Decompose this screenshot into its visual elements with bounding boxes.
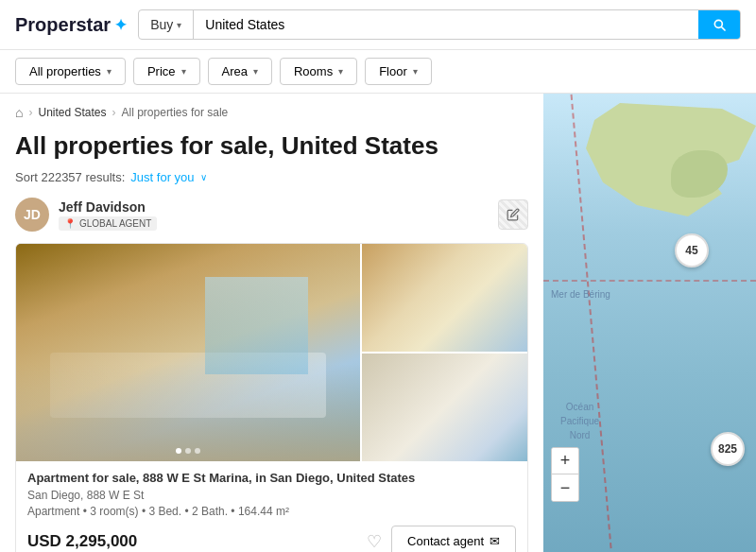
all-properties-label: All properties xyxy=(29,64,101,78)
buy-dropdown[interactable]: Buy ▾ xyxy=(139,10,194,39)
breadcrumb-current: All properties for sale xyxy=(122,106,229,119)
floor-filter[interactable]: Floor ▾ xyxy=(365,58,432,85)
search-bar: Buy ▾ xyxy=(138,9,741,40)
sort-option[interactable]: Just for you xyxy=(130,170,194,184)
contact-label: Contact agent xyxy=(407,534,484,548)
edit-button[interactable] xyxy=(498,199,528,230)
alaska-landmass xyxy=(586,103,756,216)
breadcrumb: ⌂ › United States › All properties for s… xyxy=(15,105,528,120)
search-button[interactable] xyxy=(698,10,740,39)
home-icon[interactable]: ⌂ xyxy=(15,105,23,120)
agent-details: Jeff Davidson 📍 GLOBAL AGENT xyxy=(59,199,157,231)
rooms-filter[interactable]: Rooms ▾ xyxy=(280,58,357,85)
breadcrumb-sep-2: › xyxy=(112,106,116,119)
property-card: Apartment for sale, 888 W E St Marina, i… xyxy=(15,243,528,552)
contact-agent-button[interactable]: Contact agent ✉ xyxy=(391,526,516,552)
dot-2 xyxy=(185,448,191,454)
main-content: ⌂ › United States › All properties for s… xyxy=(0,94,756,552)
property-images xyxy=(16,244,527,461)
map-zoom-controls: + − xyxy=(551,447,579,502)
floor-label: Floor xyxy=(379,64,407,78)
price-filter[interactable]: Price ▾ xyxy=(133,58,200,85)
area-filter[interactable]: Area ▾ xyxy=(208,58,272,85)
dot-3 xyxy=(195,448,200,454)
property-actions: ♡ Contact agent ✉ xyxy=(367,526,516,552)
kitchen-visual xyxy=(362,244,527,352)
zoom-in-button[interactable]: + xyxy=(552,448,578,474)
floor-chevron-icon: ▾ xyxy=(413,66,418,77)
cluster-825[interactable]: 825 xyxy=(711,432,745,466)
agent-card: JD Jeff Davidson 📍 GLOBAL AGENT xyxy=(15,198,528,232)
logo: Properstar✦ xyxy=(15,14,127,36)
ocean-label: Océan Pacifique Nord xyxy=(560,400,599,442)
all-properties-filter[interactable]: All properties ▾ xyxy=(15,58,126,85)
property-kitchen-image[interactable] xyxy=(362,244,527,352)
favorite-button[interactable]: ♡ xyxy=(367,531,382,552)
sort-bar: Sort 222357 results: Just for you ∨ xyxy=(15,170,528,184)
sort-chevron-icon[interactable]: ∨ xyxy=(200,172,207,182)
rooms-chevron-icon: ▾ xyxy=(338,66,343,77)
envelope-icon: ✉ xyxy=(490,534,500,548)
main-image-visual xyxy=(16,244,360,461)
cluster-45-label: 45 xyxy=(685,244,697,257)
cluster-45[interactable]: 45 xyxy=(675,233,709,267)
price-chevron-icon: ▾ xyxy=(181,66,186,77)
breadcrumb-united-states[interactable]: United States xyxy=(38,106,106,119)
agent-badge-label: GLOBAL AGENT xyxy=(79,218,151,229)
living-visual xyxy=(362,354,527,461)
all-properties-chevron-icon: ▾ xyxy=(107,66,112,77)
buy-chevron-icon: ▾ xyxy=(177,20,181,30)
pencil-icon xyxy=(507,208,520,221)
image-dots xyxy=(176,448,200,454)
property-title: Apartment for sale, 888 W E St Marina, i… xyxy=(27,471,516,485)
property-price: USD 2,295,000 xyxy=(27,532,137,551)
left-panel: ⌂ › United States › All properties for s… xyxy=(0,94,543,552)
logo-text: Properstar xyxy=(15,14,111,36)
map-background: Mer de Béring Océan Pacifique Nord 45 82… xyxy=(543,94,756,552)
page-title: All properties for sale, United States xyxy=(15,131,528,161)
location-pin-icon: 📍 xyxy=(64,218,76,229)
filter-bar: All properties ▾ Price ▾ Area ▾ Rooms ▾ … xyxy=(0,50,756,94)
search-icon xyxy=(712,17,727,32)
sort-prefix: Sort 222357 results: xyxy=(15,170,125,184)
avatar: JD xyxy=(15,198,49,232)
area-label: Area xyxy=(222,64,248,78)
logo-star: ✦ xyxy=(114,16,127,34)
mer-de-bering-label: Mer de Béring xyxy=(551,289,610,300)
map-border-line-2 xyxy=(543,280,756,282)
property-footer: USD 2,295,000 ♡ Contact agent ✉ xyxy=(27,526,516,552)
zoom-out-button[interactable]: − xyxy=(552,474,578,501)
agent-name: Jeff Davidson xyxy=(59,199,157,215)
buy-label: Buy xyxy=(150,17,173,32)
property-details: Apartment • 3 room(s) • 3 Bed. • 2 Bath.… xyxy=(27,505,516,518)
property-info: Apartment for sale, 888 W E St Marina, i… xyxy=(16,461,527,552)
price-label: Price xyxy=(147,64,176,78)
location-input[interactable] xyxy=(194,10,698,39)
property-secondary-images xyxy=(362,244,527,461)
header: Properstar✦ Buy ▾ xyxy=(0,0,756,50)
agent-info: JD Jeff Davidson 📍 GLOBAL AGENT xyxy=(15,198,157,232)
agent-badge: 📍 GLOBAL AGENT xyxy=(59,216,157,231)
rooms-label: Rooms xyxy=(294,64,333,78)
property-living-image[interactable] xyxy=(362,354,527,461)
property-main-image[interactable] xyxy=(16,244,360,461)
property-address: San Diego, 888 W E St xyxy=(27,489,516,502)
area-chevron-icon: ▾ xyxy=(253,66,258,77)
cluster-825-label: 825 xyxy=(718,442,737,456)
dot-1 xyxy=(176,448,181,454)
map-panel: Mer de Béring Océan Pacifique Nord 45 82… xyxy=(543,94,756,552)
breadcrumb-sep-1: › xyxy=(28,106,32,119)
agent-initials: JD xyxy=(24,207,41,222)
